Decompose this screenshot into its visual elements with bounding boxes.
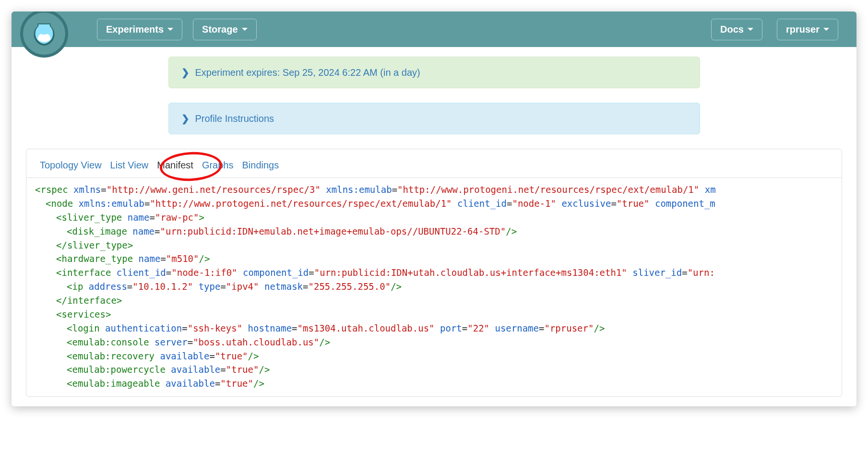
node-client-id: node-1 [518, 198, 551, 209]
login-auth: ssh-keys [193, 323, 237, 333]
tab-bar: Topology View List View Manifest Graphs … [26, 149, 842, 178]
tab-list-view[interactable]: List View [110, 160, 149, 171]
hardware-type-name: m510 [171, 253, 193, 264]
chevron-right-icon: ❯ [181, 113, 190, 124]
tab-topology-view[interactable]: Topology View [40, 160, 102, 171]
logo[interactable] [20, 12, 68, 58]
ip-address: 10.10.1.2 [138, 281, 188, 292]
node-exclusive: true [622, 198, 644, 209]
recovery-available: true [220, 351, 242, 361]
login-username: rpruser [550, 323, 588, 333]
interface-sliver-id: urn: [693, 267, 715, 278]
node-xmlns-emulab: http://www.protogeni.net/resources/rspec… [155, 198, 446, 209]
ip-netmask: 255.255.255.0 [314, 281, 385, 292]
expires-label: Experiment expires: [195, 67, 283, 78]
login-port: 22 [473, 323, 484, 333]
nav-user-dropdown[interactable]: rpruser [777, 19, 838, 40]
tab-bindings[interactable]: Bindings [242, 160, 279, 171]
nav-experiments-label: Experiments [106, 24, 164, 35]
nav-storage-dropdown[interactable]: Storage [193, 19, 256, 40]
tab-manifest[interactable]: Manifest [157, 160, 193, 171]
logo-wrap [20, 12, 68, 47]
nav-user-label: rpruser [786, 24, 820, 35]
nav-docs-label: Docs [720, 24, 744, 35]
rspec-xmlns-emulab: http://www.protogeni.net/resources/rspec… [403, 184, 694, 195]
experiment-panel: Topology View List View Manifest Graphs … [26, 149, 842, 397]
profile-instructions-panel[interactable]: ❯ Profile Instructions [168, 103, 700, 134]
interface-component-id: urn:publicid:IDN+utah.cloudlab.us+interf… [320, 267, 621, 278]
experiment-expires-text: Experiment expires: Sep 25, 2024 6:22 AM… [195, 67, 420, 78]
svg-point-1 [38, 34, 44, 39]
profile-instructions-label: Profile Instructions [195, 113, 274, 124]
expires-relative: (in a day) [380, 67, 420, 78]
svg-point-2 [44, 34, 50, 39]
sliver-type-name: raw-pc [160, 212, 193, 223]
interface-client-id: node-1:if0 [177, 267, 232, 278]
top-navbar: Experiments Storage Docs rpruser [12, 12, 856, 47]
nav-experiments-dropdown[interactable]: Experiments [97, 19, 182, 40]
imageable-available: true [226, 378, 248, 389]
manifest-xml-viewer[interactable]: <rspec xmlns="http://www.geni.net/resour… [26, 178, 842, 396]
disk-image-name: urn:publicid:IDN+emulab.net+image+emulab… [166, 226, 500, 237]
experiment-expires-panel[interactable]: ❯ Experiment expires: Sep 25, 2024 6:22 … [168, 57, 700, 88]
body-area: ❯ Experiment expires: Sep 25, 2024 6:22 … [12, 47, 856, 406]
caret-down-icon [167, 28, 173, 31]
expires-time: Sep 25, 2024 6:22 AM [283, 67, 380, 78]
nav-storage-label: Storage [202, 24, 238, 35]
login-hostname: ms1304.utah.cloudlab.us [303, 323, 429, 333]
powercycle-available: true [231, 364, 253, 375]
tab-graphs[interactable]: Graphs [202, 160, 234, 171]
cloudlab-logo-icon [29, 19, 59, 48]
nav-docs-dropdown[interactable]: Docs [711, 19, 762, 40]
app-window: Experiments Storage Docs rpruser [12, 12, 856, 406]
rspec-xmlns: http://www.geni.net/resources/rspec/3 [112, 184, 315, 195]
caret-down-icon [748, 28, 753, 31]
console-server: boss.utah.cloudlab.us [199, 337, 314, 347]
ip-type: ipv4 [231, 281, 253, 292]
chevron-right-icon: ❯ [181, 67, 190, 78]
caret-down-icon [242, 28, 248, 31]
caret-down-icon [823, 28, 829, 31]
